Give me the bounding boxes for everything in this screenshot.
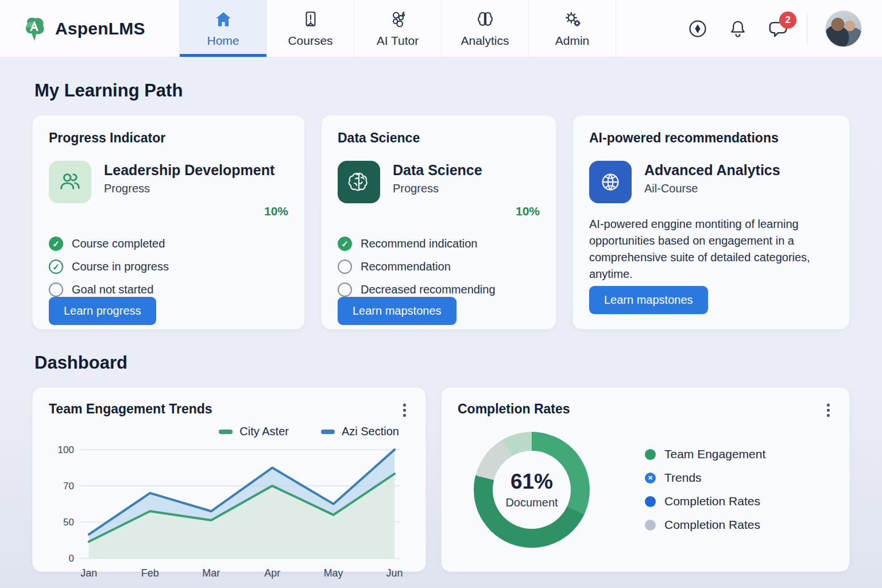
course-row: Advanced Analytics Ail-Course [589,161,833,203]
card-completion-rates: Completion Rates 61% Document Team Engag… [441,387,850,572]
checklist-item[interactable]: ✓ Goal not started [49,283,288,297]
main-nav: Home Courses AI Tutor Analytics [180,0,616,57]
blue-x-dot-icon: ✕ [645,473,656,483]
bell-icon[interactable] [726,17,749,40]
donut-body: 61% Document Team Engagement ✕ Trends [458,421,833,558]
tab-ai-tutor[interactable]: AI Tutor [354,0,442,57]
legend-item: City Aster [219,425,289,438]
learn-mapstones-button[interactable]: Learn mapstones [338,297,457,325]
legend-swatch-azi-section [321,430,335,434]
course-titles: Data Science Progress [393,161,482,195]
checklist-item[interactable]: ✓ Decreased recommending [338,283,540,297]
checklist-label: Recommendation [361,260,451,273]
admin-gear-icon [563,10,582,29]
card-team-engagement-trends: Team Engagement Trends City Aster Azi Se… [32,387,426,572]
tab-label: Admin [555,34,590,48]
compass-icon[interactable] [686,17,709,40]
line-chart: 05070100JanFebMarAprMayJun [49,440,409,582]
nav-right: 2 [686,0,882,57]
dashboard-heading: Dashboard [34,353,850,373]
svg-text:50: 50 [63,517,74,528]
checklist-item[interactable]: ✓ Course in progress [49,260,288,274]
chart-legend: City Aster Azi Section [49,425,409,438]
notification-badge: 2 [779,11,796,29]
checklist-label: Decreased recommending [361,283,496,296]
course-title: Leadership Development [104,162,274,179]
check-circle-icon: ✓ [338,237,352,251]
check-circle-icon: ✓ [49,260,63,274]
legend-item: Azi Section [321,425,399,438]
ai-tutor-icon [388,10,408,29]
svg-text:Jan: Jan [80,567,97,579]
tab-admin[interactable]: Admin [529,0,616,57]
learn-progress-button[interactable]: Learn progress [49,297,156,325]
learn-mapstones-button[interactable]: Learn mapstones [589,286,708,314]
brain-icon [589,161,632,203]
card-progress-indicator: Progress Indicator Leadership Developmen… [32,115,305,330]
tab-analytics[interactable]: Analytics [442,0,529,57]
legend-label: Completion Rates [664,518,760,532]
nav-divider [807,13,807,45]
card-title: Data Science [338,130,540,146]
card-title: Progress Indicator [49,130,288,146]
checklist-item[interactable]: ✓ Recommendation [338,260,540,274]
tab-label: Home [207,34,239,48]
green-dot-icon [645,449,656,460]
course-row: Data Science Progress [338,161,540,203]
course-row: Leadership Development Progress [49,161,288,203]
course-subtitle: Progress [393,182,482,195]
checklist: ✓ Course completed ✓ Course in progress … [49,237,288,297]
checklist-label: Recommend indication [361,237,477,250]
checklist-item[interactable]: ✓ Recommend indication [338,237,540,251]
tab-label: Courses [288,34,332,48]
checklist-label: Course completed [72,237,165,250]
svg-text:May: May [324,567,343,579]
learning-path-cards: Progress Indicator Leadership Developmen… [32,115,850,330]
tab-label: AI Tutor [377,34,419,48]
progress-percent: 10% [264,204,288,218]
brand-name: AspenLMS [55,19,145,38]
brand: AspenLMS [0,0,180,57]
donut-center: 61% Document [474,432,590,548]
checklist-item[interactable]: ✓ Course completed [49,237,288,251]
legend-item: ✕ Trends [645,471,765,485]
svg-text:70: 70 [63,481,74,492]
svg-text:0: 0 [68,553,74,564]
tab-home[interactable]: Home [180,0,267,57]
svg-text:Feb: Feb [141,567,159,579]
recommendation-description: AI-powered enggine montiting of learning… [589,216,833,283]
donut-legend: Team Engagement ✕ Trends Completion Rate… [645,447,765,532]
tab-courses[interactable]: Courses [267,0,354,57]
top-navbar: AspenLMS Home Courses AI Tutor [0,0,882,57]
brain-icon [338,161,380,203]
aspen-logo-icon [22,16,47,42]
course-title: Data Science [393,162,482,179]
courses-icon [301,10,320,29]
progress-percent: 10% [516,204,540,218]
checklist-label: Goal not started [72,283,153,296]
donut-label: Document [505,496,558,509]
svg-text:Jun: Jun [386,567,403,579]
legend-label: Azi Section [342,425,399,438]
legend-item: Completion Rates [645,518,765,532]
legend-item: Team Engagement [645,447,765,461]
circle-icon: ✓ [338,283,352,297]
card-data-science: Data Science Data Science Progress 10% [321,115,556,330]
kebab-menu-icon[interactable] [823,401,833,419]
messages-icon[interactable]: 2 [767,17,790,40]
analytics-brain-icon [475,10,495,29]
home-icon [214,10,233,29]
user-avatar[interactable] [825,10,862,48]
course-titles: Advanced Analytics Ail-Course [644,161,780,195]
circle-icon: ✓ [338,260,352,274]
legend-label: City Aster [239,425,289,438]
kebab-menu-icon[interactable] [400,401,409,419]
check-circle-icon: ✓ [49,237,63,251]
course-subtitle: Ail-Course [644,182,780,195]
users-icon [49,161,91,203]
legend-label: Trends [664,471,702,485]
course-title: Advanced Analytics [644,162,780,179]
svg-text:Apr: Apr [264,567,280,579]
checklist-label: Course in progress [72,260,169,273]
main-content: My Learning Path Progress Indicator Lead… [0,57,882,572]
